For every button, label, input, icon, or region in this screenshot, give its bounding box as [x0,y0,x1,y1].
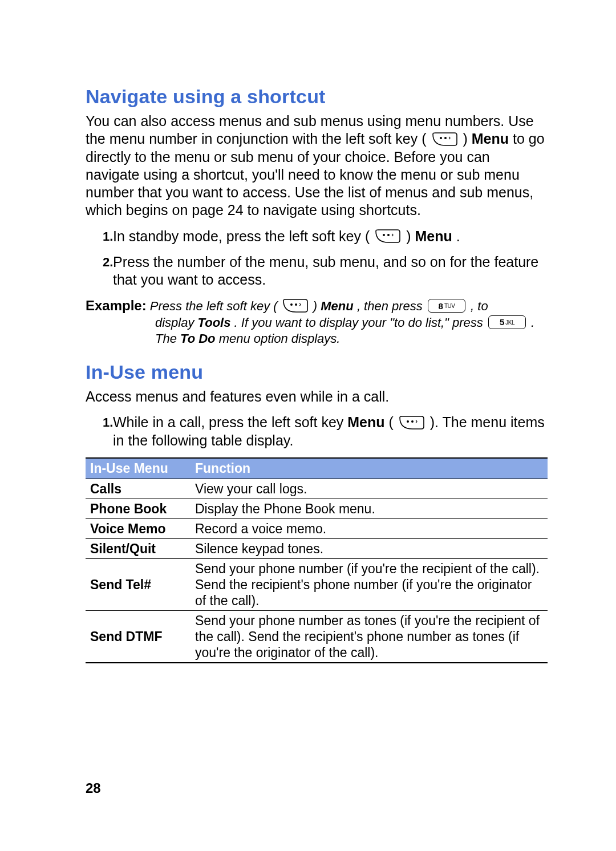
table-header-function: Function [191,458,548,479]
list-text: In standby mode, press the left soft key… [113,228,460,245]
example-block: Example: Press the left soft key ( ) Men… [86,297,548,347]
key-digit: 8 [439,301,443,312]
svg-point-0 [440,137,442,139]
text-fragment: . [456,228,460,244]
table-cell-func: Silence keypad tones. [191,538,548,558]
menu-label: Menu [321,299,353,313]
menu-label: Menu [415,228,452,244]
softkey-icon [282,298,309,313]
list-item: 2. Press the number of the menu, sub men… [86,253,548,289]
svg-point-5 [295,303,297,306]
key-letters: TUV [444,302,455,310]
example-text: Example: Press the left soft key ( ) Men… [86,297,548,347]
menu-label: Menu [472,131,509,147]
text-fragment: , to [471,299,488,313]
table-header-row: In-Use Menu Function [86,458,548,479]
heading-inuse-menu: In-Use menu [86,361,548,383]
svg-point-6 [407,420,409,423]
table-header-menu: In-Use Menu [86,458,191,479]
paragraph-shortcut-intro: You can also access menus and sub menus … [86,112,548,220]
svg-point-2 [383,234,385,236]
page-number: 28 [86,780,101,796]
list-marker: 1. [86,228,113,245]
paragraph-inuse-intro: Access menus and features even while in … [86,388,548,406]
list-marker: 2. [86,253,113,289]
menu-label: Menu [347,414,384,430]
list-item: 1. In standby mode, press the left soft … [86,228,548,245]
softkey-icon [375,229,401,244]
table-row: Calls View your call logs. [86,479,548,499]
svg-point-4 [290,303,293,306]
text-fragment: Press the left soft key ( [150,299,278,313]
document-page: Navigate using a shortcut You can also a… [0,0,616,851]
table-cell-func: Record a voice memo. [191,518,548,538]
table-row: Voice Memo Record a voice memo. [86,518,548,538]
example-continuation: display Tools . If you want to display y… [155,315,548,347]
text-fragment: menu option displays. [219,331,341,346]
softkey-icon [432,132,458,147]
svg-point-3 [387,234,390,236]
text-fragment: ) [463,131,471,147]
table-cell-func: View your call logs. [191,479,548,499]
table-row: Send Tel# Send your phone number (if you… [86,558,548,610]
heading-navigate-shortcut: Navigate using a shortcut [86,86,548,108]
table-cell-name: Phone Book [86,499,191,518]
table-cell-name: Send DTMF [86,611,191,663]
table-cell-name: Voice Memo [86,518,191,538]
text-fragment: ) [313,299,321,313]
inuse-menu-table: In-Use Menu Function Calls View your cal… [86,457,548,663]
tools-label: Tools [198,315,231,330]
table-cell-name: Calls [86,479,191,499]
todo-label: To Do [180,331,216,346]
table-row: Silent/Quit Silence keypad tones. [86,538,548,558]
table-row: Phone Book Display the Phone Book menu. [86,499,548,518]
softkey-icon [399,415,425,430]
text-fragment: While in a call, press the left soft key [113,414,347,430]
table-cell-func: Send your phone number (if you're the re… [191,558,548,610]
text-fragment: , then press [357,299,426,313]
key-5-icon: 5 JKL [488,315,526,329]
text-fragment: ) [406,228,415,244]
table-cell-func: Send your phone number as tones (if you'… [191,611,548,663]
table-cell-func: Display the Phone Book menu. [191,499,548,518]
key-8-icon: 8 TUV [428,299,465,313]
key-digit: 5 [500,317,504,328]
ordered-list-shortcut: 1. In standby mode, press the left soft … [86,228,548,289]
text-fragment: . If you want to display your "to do lis… [234,315,487,330]
table-row: Send DTMF Send your phone number as tone… [86,611,548,663]
text-fragment: display [155,315,198,330]
table-cell-name: Send Tel# [86,558,191,610]
ordered-list-inuse: 1. While in a call, press the left soft … [86,414,548,449]
list-item: 1. While in a call, press the left soft … [86,414,548,449]
svg-point-1 [444,137,447,139]
svg-point-7 [411,420,414,423]
list-marker: 1. [86,414,113,449]
text-fragment: In standby mode, press the left soft key… [113,228,370,244]
table-cell-name: Silent/Quit [86,538,191,558]
example-label: Example: [86,298,147,313]
list-text: While in a call, press the left soft key… [113,414,548,449]
text-fragment: ( [389,414,394,430]
key-letters: JKL [505,319,514,326]
list-text: Press the number of the menu, sub menu, … [113,253,548,289]
